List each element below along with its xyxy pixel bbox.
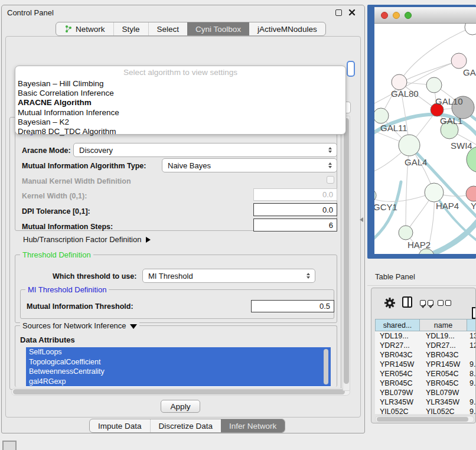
- cell[interactable]: YDR27...: [375, 341, 420, 350]
- cell[interactable]: YER054C: [420, 369, 467, 379]
- column-header-name[interactable]: name: [420, 319, 467, 331]
- deselect-all-icon[interactable]: [438, 300, 451, 306]
- list-item[interactable]: SelfLoops: [26, 347, 331, 357]
- table-row[interactable]: YBR043CYBR043C: [375, 350, 476, 360]
- aracne-mode-value: Discovery: [79, 146, 113, 155]
- network-window-titlebar[interactable]: [374, 7, 476, 24]
- float-icon[interactable]: [335, 9, 342, 16]
- table-row[interactable]: YBL079WYBL079W: [375, 388, 476, 397]
- cell[interactable]: YER054C: [375, 369, 420, 379]
- vscrollbar-thumb[interactable]: [344, 118, 349, 384]
- table-panel: shared... name YDL19...YDL19...13 YDR27.…: [371, 288, 476, 423]
- list-item[interactable]: TopologicalCoefficient: [26, 357, 331, 367]
- cell[interactable]: 12: [467, 341, 476, 350]
- cell[interactable]: YBL079W: [420, 388, 467, 397]
- list-item[interactable]: BetweennessCentrality: [26, 367, 331, 377]
- cell[interactable]: [467, 388, 476, 397]
- network-canvas[interactable]: GAL GAL80 GAL10 GAL1 GAL11 SWI4 GAL4 GCY…: [374, 24, 476, 254]
- tab-impute-data[interactable]: Impute Data: [90, 419, 150, 432]
- tab-infer-network[interactable]: Infer Network: [221, 419, 285, 432]
- cell[interactable]: YDR27...: [420, 341, 467, 350]
- table-row[interactable]: YLR345WYLR345W9.: [375, 397, 476, 407]
- algorithm-option[interactable]: Bayesian – Hill Climbing: [15, 79, 345, 89]
- mi-steps-field[interactable]: 6: [253, 219, 337, 231]
- settings-vscrollbar[interactable]: [343, 116, 350, 391]
- network-node[interactable]: [466, 186, 476, 201]
- cell[interactable]: [467, 350, 476, 360]
- hub-definition-expander[interactable]: Hub/Transcription Factor Definition: [23, 235, 151, 244]
- algorithm-option[interactable]: Mutual Information Inference: [15, 108, 345, 118]
- tab-network[interactable]: Network: [56, 22, 113, 35]
- table-row[interactable]: YPR145WYPR145W9.: [375, 360, 476, 369]
- column-header-cut[interactable]: [467, 319, 476, 331]
- column-header-shared-name[interactable]: shared...: [375, 319, 420, 331]
- cell[interactable]: 9.: [467, 360, 476, 369]
- cell[interactable]: YBL079W: [375, 388, 420, 397]
- kernel-width-field[interactable]: 0.0: [253, 188, 337, 201]
- manual-kernel-checkbox[interactable]: [327, 176, 334, 184]
- network-node-gal80[interactable]: [392, 74, 407, 90]
- new-table-icon[interactable]: [472, 307, 476, 319]
- mac-close-icon[interactable]: [381, 12, 388, 19]
- split-table-icon[interactable]: [402, 296, 412, 308]
- table-row[interactable]: YER054CYER054C8.: [375, 369, 476, 379]
- algorithm-option[interactable]: Dream8 DC_TDC Algorithm: [15, 127, 345, 136]
- cell[interactable]: YIL052C: [375, 407, 420, 414]
- sources-group-title[interactable]: Sources for Network Inference: [20, 321, 139, 330]
- network-node-gal10[interactable]: [426, 77, 442, 93]
- cell[interactable]: YIL052C: [420, 407, 467, 414]
- hscrollbar-thumb[interactable]: [377, 417, 468, 422]
- cell[interactable]: 9.: [467, 397, 476, 407]
- cell[interactable]: YLR345W: [420, 397, 467, 407]
- network-node-hap2[interactable]: [399, 226, 413, 240]
- cell[interactable]: YDL19...: [420, 331, 467, 341]
- cell[interactable]: YDL19...: [375, 331, 420, 341]
- mi-threshold-field[interactable]: 0.5: [251, 300, 334, 312]
- tab-style[interactable]: Style: [113, 22, 148, 35]
- algorithm-option[interactable]: Bayesian – K2: [15, 118, 345, 127]
- dpi-tolerance-field[interactable]: 0.0: [253, 203, 337, 216]
- mi-type-combo[interactable]: Naive Bayes: [162, 158, 337, 172]
- tab-cyni-toolbox[interactable]: Cyni Toolbox: [187, 22, 249, 35]
- hscrollbar-thumb[interactable]: [13, 389, 345, 394]
- mac-minimize-icon[interactable]: [393, 12, 400, 19]
- list-item[interactable]: gal4RGexp: [26, 377, 331, 387]
- table-hscrollbar[interactable]: [375, 416, 474, 423]
- network-node[interactable]: [451, 53, 467, 69]
- gear-icon[interactable]: [383, 296, 396, 309]
- algorithm-option-selected[interactable]: ARACNE Algorithm: [15, 98, 345, 107]
- network-node-gal11[interactable]: [374, 108, 389, 123]
- apply-button[interactable]: Apply: [161, 400, 200, 413]
- which-threshold-combo[interactable]: MI Threshold: [142, 269, 315, 283]
- tab-jactivemnodules[interactable]: jActiveMNodules: [249, 22, 325, 35]
- cell[interactable]: YBR043C: [420, 350, 467, 360]
- cell[interactable]: 9.: [467, 379, 476, 388]
- cell[interactable]: YPR145W: [375, 360, 420, 369]
- cell[interactable]: YLR345W: [375, 397, 420, 407]
- aracne-mode-combo[interactable]: Discovery: [73, 143, 337, 157]
- cell[interactable]: YBR043C: [375, 350, 420, 360]
- network-node[interactable]: [465, 24, 476, 35]
- network-node-hap4[interactable]: [425, 183, 444, 202]
- collapse-left-icon[interactable]: [360, 217, 363, 222]
- select-all-icon[interactable]: [420, 300, 433, 306]
- close-icon[interactable]: [348, 9, 356, 16]
- cell[interactable]: 13: [467, 331, 476, 341]
- mac-zoom-icon[interactable]: [405, 12, 412, 19]
- cell[interactable]: YBR045C: [375, 379, 420, 388]
- settings-hscrollbar[interactable]: [11, 388, 350, 396]
- table-row[interactable]: YDR27...YDR27...12: [375, 341, 476, 350]
- table-row[interactable]: YIL052CYIL052C9.: [375, 407, 476, 414]
- list-scrollbar[interactable]: [324, 349, 328, 384]
- tab-discretize-data[interactable]: Discretize Data: [150, 419, 221, 432]
- table-row[interactable]: YDL19...YDL19...13: [375, 331, 476, 341]
- cell[interactable]: 8.: [467, 369, 476, 379]
- cell[interactable]: 9.: [467, 407, 476, 414]
- cell[interactable]: YBR045C: [420, 379, 467, 388]
- minimized-panel-icon[interactable]: [2, 441, 17, 450]
- cell[interactable]: YPR145W: [420, 360, 467, 369]
- table-row[interactable]: YBR045CYBR045C9.: [375, 379, 476, 388]
- tab-select[interactable]: Select: [148, 22, 188, 35]
- network-node-gal4[interactable]: [399, 135, 420, 156]
- algorithm-option[interactable]: Basic Correlation Inference: [15, 89, 345, 98]
